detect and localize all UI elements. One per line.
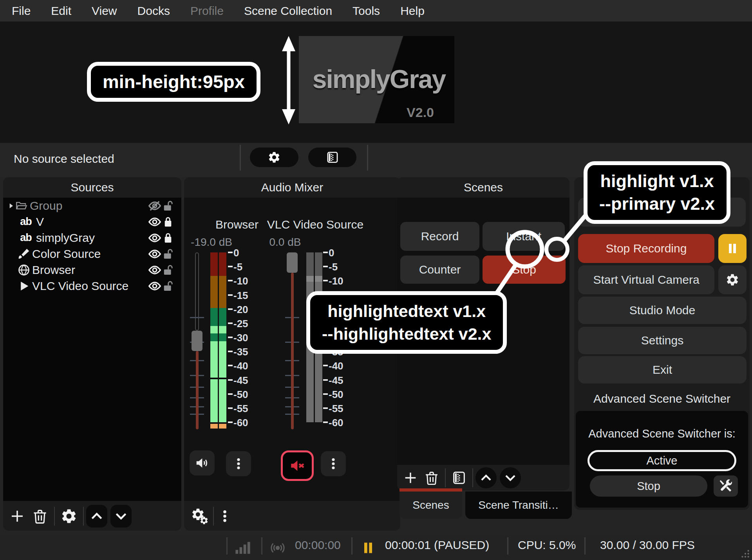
eye-icon[interactable] bbox=[148, 231, 162, 245]
mixer-channel-db-value: 0.0 dB bbox=[260, 236, 311, 248]
switcher-stop-button[interactable]: Stop bbox=[590, 475, 707, 497]
speaker-button[interactable] bbox=[190, 450, 215, 475]
menu-item-scene-collection[interactable]: Scene Collection bbox=[234, 4, 342, 18]
scene-preview-logo: simplyGray V2.0 bbox=[299, 36, 454, 123]
pause-recording-button[interactable] bbox=[718, 234, 747, 263]
broadcast-icon bbox=[269, 540, 286, 556]
scale-label: -45 bbox=[329, 375, 349, 387]
sources-toolbar bbox=[3, 502, 181, 531]
lock-icon[interactable] bbox=[162, 232, 174, 244]
scene-button-record[interactable]: Record bbox=[400, 222, 479, 251]
scale-tick bbox=[323, 280, 328, 281]
sources-panel: Sources GroupabVabsimplyGrayColor Source… bbox=[3, 177, 181, 531]
eye-icon[interactable] bbox=[148, 247, 162, 261]
signal-strength-icon bbox=[234, 539, 251, 556]
scenes-toolbar bbox=[397, 465, 569, 490]
eye-slash-icon[interactable] bbox=[148, 199, 162, 213]
switcher-active-button[interactable]: Active bbox=[588, 450, 736, 471]
eye-icon[interactable] bbox=[148, 279, 162, 293]
scale-label: -55 bbox=[329, 403, 349, 415]
mixer-channel-name: VLC Video Source bbox=[264, 218, 366, 231]
menu-bar: FileEditViewDocksProfileScene Collection… bbox=[0, 0, 752, 22]
mixer-menu-button[interactable] bbox=[216, 505, 233, 527]
no-source-label: No source selected bbox=[14, 152, 114, 166]
move-source-up-button[interactable] bbox=[86, 505, 107, 528]
divider bbox=[83, 507, 84, 526]
scale-label: 0 bbox=[329, 247, 349, 259]
source-label: V bbox=[36, 215, 44, 229]
highlightedtext-callout: highlightedtext v1.x --highlightedtext v… bbox=[306, 291, 507, 354]
meter-segment bbox=[315, 276, 322, 282]
source-properties-gear-button[interactable] bbox=[57, 505, 81, 527]
unlock-icon[interactable] bbox=[162, 264, 174, 276]
advanced-audio-gear-button[interactable] bbox=[189, 505, 211, 527]
source-label: VLC Video Source bbox=[32, 279, 128, 293]
unlock-icon[interactable] bbox=[162, 248, 174, 260]
control-button-start-virtual-camera[interactable]: Start Virtual Camera bbox=[578, 265, 714, 294]
expand-caret-icon[interactable] bbox=[7, 202, 15, 210]
control-button-studio-mode[interactable]: Studio Mode bbox=[578, 297, 747, 324]
source-row-vlc-video-source[interactable]: VLC Video Source bbox=[3, 278, 181, 294]
source-row-simplygray[interactable]: absimplyGray bbox=[3, 230, 181, 246]
control-button-stop-recording[interactable]: Stop Recording bbox=[578, 234, 714, 263]
source-row-color-source[interactable]: Color Source bbox=[3, 246, 181, 262]
source-row-browser[interactable]: Browser bbox=[3, 262, 181, 278]
pause-icon bbox=[725, 241, 739, 256]
volume-fader-handle[interactable] bbox=[287, 252, 298, 273]
divider bbox=[54, 507, 55, 526]
fps-counter: 30.00 / 30.00 FPS bbox=[600, 538, 695, 552]
source-label: simplyGray bbox=[36, 231, 95, 245]
menu-item-tools[interactable]: Tools bbox=[342, 4, 390, 18]
source-label: Group bbox=[30, 199, 62, 212]
pause-icon bbox=[360, 540, 376, 556]
mute-button[interactable] bbox=[281, 450, 314, 481]
lock-icon[interactable] bbox=[162, 216, 174, 228]
menu-item-docks[interactable]: Docks bbox=[127, 4, 180, 18]
divider bbox=[367, 145, 368, 171]
add-scene-button[interactable] bbox=[400, 467, 421, 488]
source-filters-button[interactable] bbox=[308, 148, 356, 167]
sources-panel-title: Sources bbox=[3, 177, 181, 198]
menu-item-help[interactable]: Help bbox=[390, 4, 435, 18]
virtual-camera-config-button[interactable] bbox=[718, 265, 747, 294]
scale-label: -40 bbox=[233, 360, 254, 372]
obs-window: FileEditViewDocksProfileScene Collection… bbox=[0, 0, 752, 560]
source-row-group[interactable]: Group bbox=[3, 198, 181, 214]
meter-segment bbox=[210, 252, 218, 276]
scene-button-stop[interactable]: Stop bbox=[483, 256, 566, 284]
remove-scene-button[interactable] bbox=[421, 467, 443, 488]
tab-scene-transitions[interactable]: Scene Transiti… bbox=[465, 492, 572, 519]
remove-source-button[interactable] bbox=[28, 505, 52, 527]
move-scene-up-button[interactable] bbox=[475, 467, 497, 488]
control-button-exit[interactable]: Exit bbox=[578, 356, 747, 384]
scale-tick bbox=[228, 379, 233, 381]
menu-item-edit[interactable]: Edit bbox=[41, 4, 81, 18]
advanced-scene-switcher-header[interactable]: Advanced Scene Switcher bbox=[574, 387, 750, 411]
add-source-button[interactable] bbox=[6, 505, 28, 527]
move-source-down-button[interactable] bbox=[110, 505, 132, 528]
scene-button-instant[interactable]: Instant bbox=[483, 222, 565, 251]
resize-grip-icon[interactable] bbox=[740, 549, 750, 559]
source-properties-button[interactable] bbox=[250, 148, 298, 167]
tools-icon bbox=[718, 478, 734, 494]
scene-button-counter[interactable]: Counter bbox=[400, 256, 479, 284]
channel-menu-button[interactable] bbox=[321, 451, 346, 476]
menu-item-view[interactable]: View bbox=[81, 4, 127, 18]
source-row-v[interactable]: abV bbox=[3, 214, 181, 230]
volume-fader-handle[interactable] bbox=[192, 331, 202, 351]
menu-item-file[interactable]: File bbox=[2, 4, 41, 18]
eye-icon[interactable] bbox=[148, 215, 162, 229]
control-button-settings[interactable]: Settings bbox=[578, 327, 747, 354]
move-scene-down-button[interactable] bbox=[500, 467, 521, 488]
channel-menu-button[interactable] bbox=[226, 451, 251, 476]
eye-icon[interactable] bbox=[148, 263, 162, 277]
unlock-icon[interactable] bbox=[162, 280, 174, 292]
scale-label: -30 bbox=[233, 332, 254, 344]
meter-segment bbox=[210, 341, 218, 378]
scale-tick bbox=[228, 421, 233, 423]
unlock-icon[interactable] bbox=[162, 200, 174, 212]
scene-filters-button[interactable] bbox=[448, 467, 470, 488]
scale-tick bbox=[228, 266, 233, 267]
switcher-tools-button[interactable] bbox=[714, 475, 738, 497]
tab-scenes[interactable]: Scenes bbox=[400, 492, 462, 519]
